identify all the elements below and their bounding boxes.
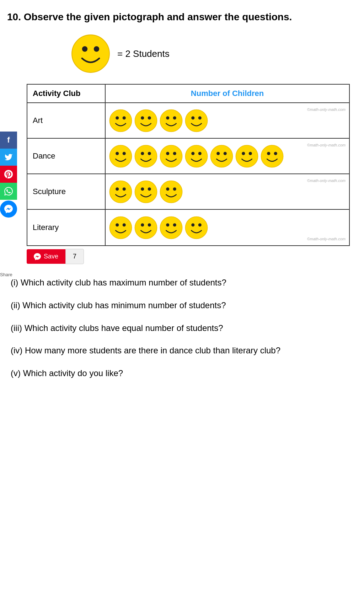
svg-point-26 [198,152,202,155]
svg-point-23 [173,152,176,155]
svg-point-34 [267,152,270,155]
smiley-icon [109,180,132,203]
smiley-icon [185,109,208,132]
svg-point-1 [82,46,87,52]
pictograph-table: Activity Club Number of Children Art ©ma… [27,84,350,246]
svg-point-55 [191,223,194,226]
svg-point-19 [141,152,144,155]
questions-section: (i) Which activity club has maximum numb… [7,277,357,379]
smiley-icon [160,145,183,168]
share-label: Share [0,272,12,277]
smiley-icon [134,216,157,239]
smiley-icon [185,145,208,168]
club-name-art: Art [27,103,106,138]
smiley-icon [235,145,258,168]
svg-point-13 [191,116,194,119]
svg-point-4 [116,116,119,119]
svg-point-0 [72,35,109,73]
smiley-icon [261,145,284,168]
club-name-dance: Dance [27,139,106,173]
table-row: Sculpture ©math-only-math.com [27,174,349,210]
twitter-button[interactable] [0,149,17,166]
legend-text: = 2 Students [117,48,170,59]
smileys-art: ©math-only-math.com [106,106,349,136]
club-name-literary: Literary [27,210,106,245]
question-5: (v) Which activity do you like? [11,367,353,379]
svg-point-22 [166,152,169,155]
pinterest-button[interactable] [0,166,17,183]
svg-point-15 [109,145,132,167]
svg-point-3 [109,109,132,132]
smiley-icon [210,145,233,168]
smiley-icon [109,216,132,239]
question-title: 10. Observe the given pictograph and ans… [7,11,299,23]
svg-point-18 [135,145,157,167]
watermark-sculpture: ©math-only-math.com [307,178,346,183]
smiley-icon [134,145,157,168]
table-row: Art ©math-only-math.com [27,103,349,139]
smileys-dance: ©math-only-math.com [106,141,349,171]
legend-smiley-icon [71,34,110,73]
smiley-icon [109,145,132,168]
svg-point-20 [148,152,151,155]
smileys-literary: ©math-only-math.com [106,213,349,243]
facebook-button[interactable]: f [0,132,17,149]
svg-point-52 [166,223,169,226]
svg-point-41 [148,187,151,191]
svg-point-17 [123,152,126,155]
svg-point-30 [236,145,258,167]
pinterest-save-button[interactable]: Save [27,249,65,264]
svg-point-40 [141,187,144,191]
table-row: Literary ©math-only-math.com [27,210,349,245]
svg-point-33 [261,145,283,167]
smiley-icon [160,216,183,239]
svg-point-54 [185,217,207,239]
watermark-dance: ©math-only-math.com [307,143,346,147]
svg-point-45 [109,217,132,239]
svg-point-46 [116,223,119,226]
svg-point-47 [123,223,126,226]
smiley-icon [160,109,183,132]
svg-point-25 [191,152,194,155]
svg-point-10 [166,116,169,119]
svg-point-29 [224,152,227,155]
svg-point-7 [141,116,144,119]
table-row: Dance ©math-only-math.com [27,139,349,174]
svg-point-37 [116,187,119,191]
question-1: (i) Which activity club has maximum numb… [11,277,353,289]
svg-point-14 [198,116,202,119]
pinterest-save-icon [34,253,41,260]
svg-point-24 [185,145,207,167]
svg-point-49 [141,223,144,226]
save-count: 7 [65,249,84,264]
svg-point-38 [123,187,126,191]
col2-header: Number of Children [106,85,349,102]
smileys-sculpture: ©math-only-math.com [106,177,349,207]
svg-point-32 [249,152,252,155]
smiley-icon [185,216,208,239]
svg-point-51 [160,217,182,239]
svg-point-48 [135,217,157,239]
svg-point-8 [148,116,151,119]
question-4: (iv) How many more students are there in… [11,344,353,357]
svg-point-56 [198,223,202,226]
save-button-label: Save [44,253,58,260]
svg-point-6 [135,109,157,132]
watermark-literary: ©math-only-math.com [307,237,346,241]
svg-point-36 [109,181,132,203]
whatsapp-button[interactable] [0,183,17,200]
smiley-icon [109,109,132,132]
svg-point-39 [135,181,157,203]
svg-point-28 [216,152,220,155]
smiley-icon [160,180,183,203]
svg-point-9 [160,109,182,132]
save-bar: Save 7 [27,249,357,264]
svg-point-42 [160,181,182,203]
col1-header: Activity Club [27,85,106,102]
smiley-icon [134,109,157,132]
question-2: (ii) Which activity club has minimum num… [11,299,353,311]
messenger-button[interactable] [0,201,17,218]
svg-point-31 [242,152,245,155]
svg-point-50 [148,223,151,226]
svg-point-44 [173,187,176,191]
